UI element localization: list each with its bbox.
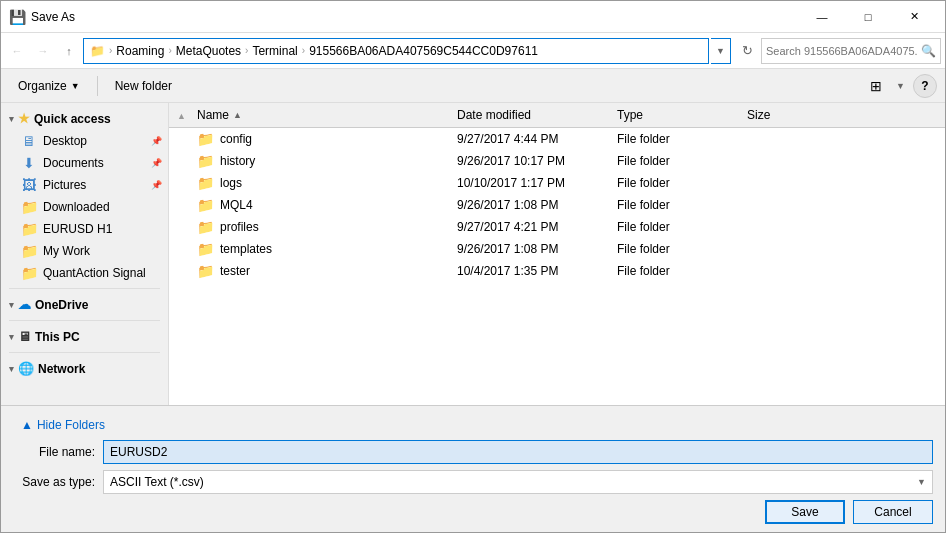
file-name: config	[220, 132, 252, 146]
file-size-cell	[739, 159, 819, 163]
table-row[interactable]: 📁 tester 10/4/2017 1:35 PM File folder	[169, 260, 945, 282]
path-segment-terminal[interactable]: Terminal	[252, 44, 297, 58]
sidebar-item-label-eurusd-h1: EURUSD H1	[43, 222, 112, 236]
main-content: ▾ ★ Quick access 🖥 Desktop 📌 ⬇ Documents…	[1, 103, 945, 405]
savetype-dropdown-arrow-icon: ▼	[917, 477, 926, 487]
sidebar-header-network[interactable]: ▾ 🌐 Network	[1, 357, 168, 380]
network-icon: 🌐	[18, 361, 34, 376]
toolbar: Organize ▼ New folder ⊞ ▼ ?	[1, 69, 945, 103]
file-name: history	[220, 154, 255, 168]
header-spacer: ▲	[169, 108, 189, 122]
sidebar-item-downloaded[interactable]: 📁 Downloaded	[1, 196, 168, 218]
file-name-cell: 📁 templates	[189, 239, 449, 259]
sidebar-divider-1	[9, 288, 160, 289]
organize-label: Organize	[18, 79, 67, 93]
file-type-cell: File folder	[609, 130, 739, 148]
filename-input[interactable]	[103, 440, 933, 464]
sidebar-item-quantaction-signal[interactable]: 📁 QuantAction Signal	[1, 262, 168, 284]
table-row[interactable]: 📁 profiles 9/27/2017 4:21 PM File folder	[169, 216, 945, 238]
table-row[interactable]: 📁 MQL4 9/26/2017 1:08 PM File folder	[169, 194, 945, 216]
quick-access-star-icon: ★	[18, 111, 30, 126]
new-folder-button[interactable]: New folder	[106, 73, 181, 99]
save-as-dialog: 💾 Save As — □ ✕ ← → ↑ 📁 › Roaming › Meta…	[0, 0, 946, 533]
sidebar-item-desktop[interactable]: 🖥 Desktop 📌	[1, 130, 168, 152]
search-input[interactable]	[766, 45, 917, 57]
sidebar: ▾ ★ Quick access 🖥 Desktop 📌 ⬇ Documents…	[1, 103, 169, 405]
file-date-cell: 9/27/2017 4:44 PM	[449, 130, 609, 148]
sidebar-divider-3	[9, 352, 160, 353]
close-button[interactable]: ✕	[891, 1, 937, 33]
address-path[interactable]: 📁 › Roaming › MetaQuotes › Terminal › 91…	[83, 38, 709, 64]
file-size-cell	[739, 203, 819, 207]
path-segment-guid[interactable]: 915566BA06ADA407569C544CC0D97611	[309, 44, 538, 58]
up-button[interactable]: ↑	[57, 39, 81, 63]
desktop-icon: 🖥	[21, 133, 37, 149]
documents-icon: ⬇	[21, 155, 37, 171]
quick-access-label: Quick access	[34, 112, 111, 126]
cancel-button[interactable]: Cancel	[853, 500, 933, 524]
this-pc-label: This PC	[35, 330, 80, 344]
onedrive-icon: ☁	[18, 297, 31, 312]
sidebar-item-label-downloaded: Downloaded	[43, 200, 110, 214]
savetype-label: Save as type:	[13, 475, 103, 489]
maximize-button[interactable]: □	[845, 1, 891, 33]
file-name-cell: 📁 config	[189, 129, 449, 149]
file-name-cell: 📁 profiles	[189, 217, 449, 237]
view-button[interactable]: ⊞	[864, 74, 888, 98]
network-label: Network	[38, 362, 85, 376]
title-bar: 💾 Save As — □ ✕	[1, 1, 945, 33]
sidebar-item-eurusd-h1[interactable]: 📁 EURUSD H1	[1, 218, 168, 240]
help-button[interactable]: ?	[913, 74, 937, 98]
savetype-dropdown[interactable]: ASCII Text (*.csv) ▼	[103, 470, 933, 494]
folder-icon: 📁	[197, 131, 214, 147]
sidebar-header-this-pc[interactable]: ▾ 🖥 This PC	[1, 325, 168, 348]
folder-icon: 📁	[197, 219, 214, 235]
forward-button[interactable]: →	[31, 39, 55, 63]
search-icon: 🔍	[921, 44, 936, 58]
column-header-size[interactable]: Size	[739, 105, 819, 125]
bottom-area: ▲ Hide Folders File name: Save as type: …	[1, 405, 945, 532]
refresh-button[interactable]: ↻	[735, 39, 759, 63]
file-date-cell: 10/4/2017 1:35 PM	[449, 262, 609, 280]
save-label: Save	[791, 505, 818, 519]
column-header-date[interactable]: Date modified	[449, 105, 609, 125]
file-name: MQL4	[220, 198, 253, 212]
column-size-label: Size	[747, 108, 770, 122]
table-row[interactable]: 📁 history 9/26/2017 10:17 PM File folder	[169, 150, 945, 172]
address-dropdown[interactable]: ▼	[711, 38, 731, 64]
file-date-cell: 9/27/2017 4:21 PM	[449, 218, 609, 236]
column-header-type[interactable]: Type	[609, 105, 739, 125]
table-row[interactable]: 📁 config 9/27/2017 4:44 PM File folder	[169, 128, 945, 150]
file-area: ▲ Name ▲ Date modified Type Size	[169, 103, 945, 405]
file-name-cell: 📁 tester	[189, 261, 449, 281]
sidebar-item-pictures[interactable]: 🖼 Pictures 📌	[1, 174, 168, 196]
file-type-cell: File folder	[609, 174, 739, 192]
sidebar-item-documents[interactable]: ⬇ Documents 📌	[1, 152, 168, 174]
file-name: tester	[220, 264, 250, 278]
save-button[interactable]: Save	[765, 500, 845, 524]
view-dropdown-arrow[interactable]: ▼	[896, 81, 905, 91]
sidebar-header-onedrive[interactable]: ▾ ☁ OneDrive	[1, 293, 168, 316]
table-row[interactable]: 📁 logs 10/10/2017 1:17 PM File folder	[169, 172, 945, 194]
file-type-cell: File folder	[609, 262, 739, 280]
file-size-cell	[739, 247, 819, 251]
file-type-cell: File folder	[609, 196, 739, 214]
file-type-cell: File folder	[609, 218, 739, 236]
back-button[interactable]: ←	[5, 39, 29, 63]
column-header-name[interactable]: Name ▲	[189, 105, 449, 125]
folder-icon: 📁	[197, 153, 214, 169]
file-date-cell: 9/26/2017 1:08 PM	[449, 240, 609, 258]
sidebar-header-quick-access[interactable]: ▾ ★ Quick access	[1, 107, 168, 130]
minimize-button[interactable]: —	[799, 1, 845, 33]
path-segment-roaming[interactable]: Roaming	[116, 44, 164, 58]
sidebar-item-my-work[interactable]: 📁 My Work	[1, 240, 168, 262]
hide-folders-link[interactable]: ▲ Hide Folders	[13, 414, 113, 436]
organize-button[interactable]: Organize ▼	[9, 73, 89, 99]
quick-access-arrow-icon: ▾	[9, 114, 14, 124]
button-row: Save Cancel	[13, 500, 933, 524]
table-row[interactable]: 📁 templates 9/26/2017 1:08 PM File folde…	[169, 238, 945, 260]
file-size-cell	[739, 181, 819, 185]
sidebar-item-label-quantaction-signal: QuantAction Signal	[43, 266, 146, 280]
file-date-cell: 10/10/2017 1:17 PM	[449, 174, 609, 192]
path-segment-metaquotes[interactable]: MetaQuotes	[176, 44, 241, 58]
